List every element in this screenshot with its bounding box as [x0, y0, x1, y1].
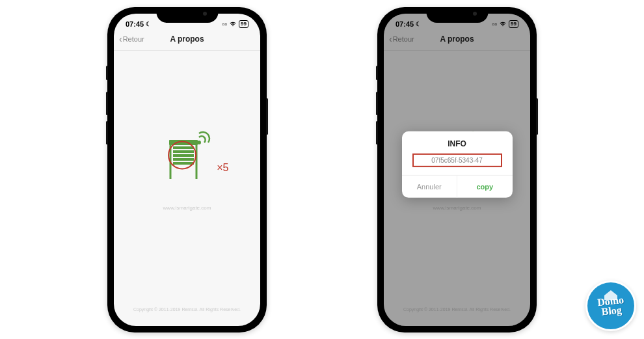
domoblog-logo: DomoBlog [585, 280, 636, 331]
wifi-icon [499, 20, 507, 28]
info-modal: INFO 07f5c65f-5343-47 Annuler copy [402, 131, 513, 197]
modal-title: INFO [402, 131, 513, 152]
battery-icon: 99 [509, 20, 518, 28]
back-label: Retour [123, 35, 144, 43]
front-camera [203, 12, 207, 16]
tap-count: ×5 [217, 162, 228, 174]
website-text: www.ismartgate.com [163, 205, 211, 211]
garage-door-icon[interactable]: ×5 [161, 128, 213, 187]
volume-up [106, 92, 108, 115]
chevron-left-icon: ‹ [119, 34, 122, 44]
copyright-text: Copyright © 2011-2019 Remsol. All Rights… [114, 307, 260, 312]
chevron-left-icon: ‹ [389, 34, 392, 44]
page-title: A propos [440, 34, 474, 44]
cellular-icon: ▫▫ [492, 20, 497, 28]
nav-bar: ‹ Retour A propos [384, 31, 530, 51]
volume-down [106, 121, 108, 144]
status-time: 07:45 [126, 20, 144, 28]
dnd-icon: ☾ [416, 21, 421, 27]
nav-bar: ‹ Retour A propos [114, 31, 260, 51]
back-label: Retour [393, 35, 414, 43]
website-text: www.ismartgate.com [433, 205, 481, 211]
tap-indicator-circle [168, 141, 196, 169]
status-time: 07:45 [396, 20, 414, 28]
power-button [536, 98, 538, 135]
phone-left: 07:45 ☾ ▫▫ 99 ‹ Retour A propos [107, 7, 267, 332]
dnd-icon: ☾ [146, 21, 151, 27]
back-button[interactable]: ‹ Retour [119, 34, 144, 44]
phone-right: 07:45 ☾ ▫▫ 99 ‹ Retour A propos [377, 7, 537, 332]
battery-icon: 99 [239, 20, 248, 28]
mute-switch [376, 66, 378, 80]
status-bar: 07:45 ☾ ▫▫ 99 [114, 14, 260, 31]
volume-up [376, 92, 378, 115]
page-title: A propos [170, 34, 204, 44]
screen-right: 07:45 ☾ ▫▫ 99 ‹ Retour A propos [384, 14, 530, 326]
back-button[interactable]: ‹ Retour [389, 34, 414, 44]
cellular-icon: ▫▫ [222, 20, 227, 28]
mute-switch [106, 66, 108, 80]
copy-button[interactable]: copy [457, 175, 513, 197]
front-camera [473, 12, 477, 16]
volume-down [376, 121, 378, 144]
power-button [266, 98, 268, 135]
svg-point-0 [198, 142, 200, 144]
screen-left: 07:45 ☾ ▫▫ 99 ‹ Retour A propos [114, 14, 260, 326]
modal-udid-value: 07f5c65f-5343-47 [412, 153, 502, 167]
copyright-text: Copyright © 2011-2019 Remsol. All Rights… [384, 307, 530, 312]
logo-text: DomoBlog [597, 295, 625, 317]
about-content: ×5 www.ismartgate.com [114, 14, 260, 326]
wifi-icon [229, 20, 237, 28]
modal-buttons: Annuler copy [402, 174, 513, 197]
cancel-button[interactable]: Annuler [402, 175, 458, 197]
status-bar: 07:45 ☾ ▫▫ 99 [384, 14, 530, 31]
